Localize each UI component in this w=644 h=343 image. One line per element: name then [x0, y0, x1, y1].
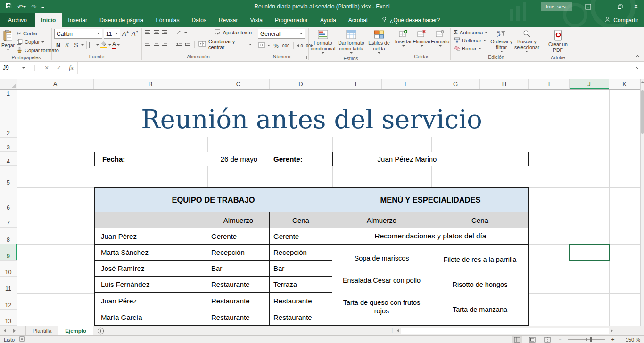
staff-dinner-cell[interactable]: Gerente	[270, 228, 332, 244]
scroll-up-icon[interactable]	[641, 81, 644, 83]
clear-button[interactable]: Borrar	[453, 44, 489, 52]
font-color-icon[interactable]	[112, 41, 116, 49]
page-layout-view-icon[interactable]	[527, 336, 537, 343]
percent-style-button[interactable]: %	[272, 41, 280, 50]
staff-lunch-cell[interactable]: Bar	[207, 261, 269, 276]
fill-button[interactable]: Rellenar	[453, 36, 489, 44]
close-button[interactable]	[628, 0, 644, 13]
zoom-out-button[interactable]: −	[557, 336, 563, 343]
tell-me-search[interactable]: ¿Qué desea hacer?	[381, 13, 440, 27]
column-header-f[interactable]: F	[382, 79, 431, 89]
fill-color-dropdown[interactable]	[108, 44, 111, 46]
align-top-icon[interactable]	[145, 29, 151, 36]
row-header-8[interactable]: 8	[0, 228, 17, 244]
redo-button[interactable]	[31, 4, 36, 10]
column-header-j[interactable]: J	[570, 79, 609, 89]
row-header-2[interactable]: 2	[0, 98, 17, 138]
staff-name-cell[interactable]: Juan Pérez	[95, 293, 207, 309]
lunch-menu-cell[interactable]: Sopa de mariscos Ensalada César con poll…	[332, 245, 431, 325]
bold-button[interactable]: N	[54, 41, 62, 49]
menu-dinner-column-header[interactable]: Cena	[431, 212, 528, 228]
align-center-icon[interactable]	[153, 41, 159, 48]
comma-style-button[interactable]: 000	[282, 41, 290, 50]
borders-dropdown[interactable]	[96, 44, 99, 46]
save-icon[interactable]	[6, 3, 12, 10]
team-header-cell[interactable]: EQUIPO DE TRABAJO	[95, 188, 332, 212]
tab-insertar[interactable]: Insertar	[62, 13, 93, 27]
number-dialog-launcher-icon[interactable]	[303, 56, 307, 59]
horizontal-scrollbar[interactable]	[397, 326, 613, 335]
conditional-formatting-button[interactable]: Formato condicional	[309, 28, 337, 55]
tab-ayuda[interactable]: Ayuda	[314, 13, 342, 27]
column-header-i[interactable]: I	[529, 79, 570, 89]
tab-diseno-de-pagina[interactable]: Diseño de página	[93, 13, 149, 27]
dinner-menu-cell[interactable]: Filete de res a la parrilla Risotto de h…	[431, 245, 528, 325]
staff-name-cell[interactable]: José Ramírez	[95, 261, 207, 276]
row-header-13[interactable]: 13	[0, 310, 17, 326]
decrease-indent-icon[interactable]	[176, 41, 182, 48]
paste-button[interactable]: Pegar	[1, 28, 15, 52]
undo-button[interactable]	[17, 4, 26, 10]
insert-function-icon[interactable]: fx	[65, 62, 77, 74]
tab-programador[interactable]: Programador	[269, 13, 314, 27]
staff-lunch-cell[interactable]: Restaurante	[207, 309, 269, 325]
sheet-tab-ejemplo[interactable]: Ejemplo	[58, 326, 93, 335]
align-bottom-icon[interactable]	[162, 29, 168, 36]
selected-cell-j9[interactable]	[569, 244, 610, 261]
delete-cells-button[interactable]: Eliminar	[413, 28, 431, 48]
empty-subheader-cell[interactable]	[95, 212, 207, 228]
underline-dropdown[interactable]	[81, 44, 84, 46]
date-value[interactable]: 26 de mayo	[221, 155, 257, 163]
new-sheet-button[interactable]	[93, 326, 107, 335]
wrap-text-icon[interactable]	[214, 29, 221, 36]
create-pdf-button[interactable]: Crear un PDF	[545, 28, 571, 54]
staff-lunch-cell[interactable]: Restaurante	[207, 277, 269, 292]
staff-lunch-cell[interactable]: Restaurante	[207, 293, 269, 309]
align-right-icon[interactable]	[162, 41, 168, 48]
number-format-combo[interactable]: General	[258, 29, 305, 39]
column-header-b[interactable]: B	[94, 79, 207, 89]
row-header-3[interactable]: 3	[0, 138, 17, 152]
scroll-right-icon[interactable]	[611, 329, 613, 333]
ribbon-display-options-icon[interactable]	[580, 0, 596, 13]
wrap-text-label[interactable]: Ajustar texto	[223, 30, 252, 35]
alignment-dialog-launcher-icon[interactable]	[249, 56, 253, 59]
underline-button[interactable]: S	[72, 41, 80, 49]
team-dinner-column-header[interactable]: Cena	[270, 212, 332, 228]
zoom-slider[interactable]	[568, 339, 605, 340]
font-dialog-launcher-icon[interactable]	[136, 56, 140, 59]
accounting-format-icon[interactable]	[258, 42, 265, 49]
staff-name-cell[interactable]: María García	[95, 309, 207, 325]
format-as-table-button[interactable]: Dar formato como tabla	[337, 28, 365, 55]
column-header-h[interactable]: H	[480, 79, 529, 89]
align-middle-icon[interactable]	[153, 29, 159, 36]
staff-name-cell[interactable]: Juan Pérez	[95, 228, 207, 244]
sheet-tab-plantilla[interactable]: Plantilla	[25, 326, 58, 335]
merge-center-label[interactable]: Combinar y centrar	[208, 39, 247, 50]
autosum-button[interactable]: Autosuma	[453, 28, 489, 36]
staff-name-cell[interactable]: Luis Fernández	[95, 277, 207, 292]
row-header-7[interactable]: 7	[0, 212, 17, 228]
tab-inicio[interactable]: Inicio	[35, 13, 62, 27]
staff-dinner-cell[interactable]: Restaurante	[270, 293, 332, 309]
staff-name-cell[interactable]: Marta Sánchez	[95, 245, 207, 260]
zoom-level-label[interactable]: 150 %	[620, 337, 640, 343]
increase-decimal-button[interactable]: .0	[297, 43, 303, 48]
column-header-a[interactable]: A	[17, 79, 94, 89]
restore-button[interactable]	[612, 0, 628, 13]
tab-archivo[interactable]: Archivo	[0, 13, 35, 27]
tab-datos[interactable]: Datos	[185, 13, 212, 27]
font-family-combo[interactable]: Calibri	[54, 29, 102, 39]
zoom-in-button[interactable]: +	[610, 336, 616, 343]
menu-header-cell[interactable]: MENÚ Y ESPECIALIDADES	[332, 188, 528, 212]
increase-indent-icon[interactable]	[184, 41, 190, 48]
tab-revisar[interactable]: Revisar	[213, 13, 244, 27]
macro-record-icon[interactable]	[19, 336, 25, 343]
cell-styles-button[interactable]: Estilos de celda	[366, 28, 392, 55]
clipboard-dialog-launcher-icon[interactable]	[46, 56, 50, 59]
find-select-button[interactable]: Buscar y seleccionar	[514, 28, 540, 54]
zoom-slider-thumb[interactable]	[590, 337, 592, 342]
collapse-ribbon-icon[interactable]	[635, 53, 640, 59]
column-header-k[interactable]: K	[609, 79, 640, 89]
borders-icon[interactable]	[89, 42, 95, 48]
